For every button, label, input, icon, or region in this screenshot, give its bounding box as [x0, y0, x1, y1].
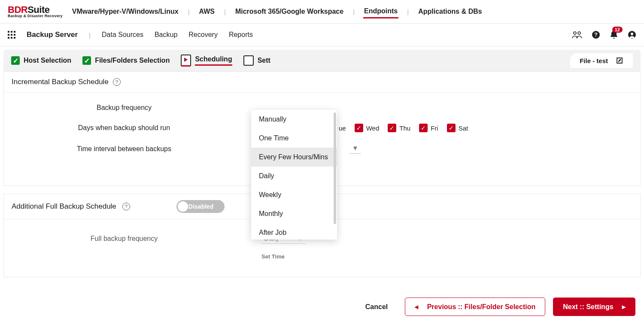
- wizard-steps: ✓Host Selection ✓Files/Folders Selection…: [3, 50, 641, 72]
- edit-icon[interactable]: [616, 57, 623, 64]
- secondary-nav: Backup Server | Data Sources Backup Reco…: [0, 24, 644, 46]
- svg-rect-0: [8, 31, 9, 33]
- check-icon: ✓: [388, 124, 396, 132]
- help-icon[interactable]: ?: [113, 78, 121, 86]
- day-wed[interactable]: ✓Wed: [355, 124, 380, 132]
- help-icon[interactable]: ?: [592, 30, 600, 39]
- svg-rect-7: [11, 37, 12, 39]
- set-time-label: Set Time: [4, 253, 640, 260]
- option-one-time[interactable]: One Time: [251, 129, 337, 148]
- option-after-job[interactable]: After Job: [251, 223, 337, 240]
- checkbox-icon: [243, 55, 254, 66]
- user-icon[interactable]: [628, 30, 636, 39]
- apps-icon[interactable]: [8, 31, 15, 39]
- option-every-few-hours[interactable]: Every Few Hours/Mins: [251, 148, 337, 167]
- toggle-knob: [178, 201, 188, 212]
- topnav-item-1[interactable]: AWS: [198, 6, 216, 18]
- full-backup-title: Additional Full Backup Schedule: [12, 202, 116, 211]
- check-icon: ✓: [419, 124, 428, 132]
- backup-frequency-label: Backup frequency: [4, 104, 244, 112]
- subnav-item-0[interactable]: Data Sources: [102, 31, 143, 39]
- job-name-chip: File - test: [570, 53, 633, 68]
- scrollbar[interactable]: [334, 112, 336, 224]
- help-icon[interactable]: ?: [122, 203, 130, 210]
- svg-rect-6: [8, 37, 9, 39]
- notification-badge: 12: [612, 27, 623, 33]
- day-thu[interactable]: ✓Thu: [388, 124, 410, 132]
- subnav-item-3[interactable]: Reports: [229, 31, 253, 39]
- incremental-title: Incremental Backup Schedule ?: [4, 72, 640, 92]
- svg-point-9: [574, 32, 576, 34]
- step-files-folders[interactable]: ✓Files/Folders Selection: [82, 56, 170, 65]
- topnav-item-0[interactable]: VMware/Hyper-V/Windows/Linux: [71, 6, 179, 18]
- svg-point-14: [631, 33, 633, 35]
- svg-point-10: [578, 32, 580, 34]
- option-weekly[interactable]: Weekly: [251, 185, 337, 204]
- check-icon: ✓: [82, 56, 91, 65]
- users-icon[interactable]: [572, 30, 582, 39]
- full-backup-toggle[interactable]: Disabled: [176, 200, 225, 213]
- option-daily[interactable]: Daily: [251, 167, 337, 185]
- step-settings[interactable]: Sett: [243, 55, 270, 66]
- subnav-item-2[interactable]: Recovery: [188, 31, 218, 39]
- primary-nav: BDRSuite Backup & Disaster Recovery VMwa…: [0, 0, 644, 24]
- day-sat[interactable]: ✓Sat: [447, 124, 468, 132]
- svg-rect-4: [11, 34, 12, 36]
- day-fri[interactable]: ✓Fri: [419, 124, 438, 132]
- svg-rect-5: [14, 34, 15, 36]
- svg-text:?: ?: [594, 31, 598, 38]
- full-frequency-label: Full backup frequency: [4, 235, 244, 243]
- check-icon: ✓: [355, 124, 363, 132]
- option-manually[interactable]: Manually: [251, 110, 337, 129]
- play-icon: [181, 55, 191, 67]
- backup-server-label: Backup Server: [27, 30, 78, 39]
- job-name: File - test: [580, 57, 608, 64]
- check-icon: ✓: [447, 124, 456, 132]
- svg-rect-8: [14, 37, 15, 39]
- topnav-item-3[interactable]: Endpoints: [363, 5, 398, 18]
- svg-rect-2: [14, 31, 15, 33]
- option-monthly[interactable]: Monthly: [251, 204, 337, 223]
- topnav-item-2[interactable]: Microsoft 365/Google Workspace: [234, 6, 344, 18]
- logo: BDRSuite Backup & Disaster Recovery: [8, 5, 63, 18]
- step-host-selection[interactable]: ✓Host Selection: [11, 56, 71, 65]
- day-tue-partial: ue: [339, 125, 346, 132]
- topnav-item-4[interactable]: Applications & DBs: [417, 6, 483, 18]
- check-icon: ✓: [11, 56, 20, 65]
- svg-rect-3: [8, 34, 9, 36]
- days-label: Days when backup should run: [4, 124, 244, 132]
- backup-frequency-dropdown[interactable]: Manually One Time Every Few Hours/Mins D…: [251, 110, 337, 240]
- interval-label: Time interval between backups: [4, 145, 244, 153]
- chevron-down-icon[interactable]: ▼: [349, 144, 361, 154]
- subnav-item-1[interactable]: Backup: [155, 31, 177, 39]
- bell-icon[interactable]: 12: [610, 30, 618, 39]
- svg-rect-1: [11, 31, 12, 33]
- step-scheduling[interactable]: Scheduling: [181, 55, 232, 67]
